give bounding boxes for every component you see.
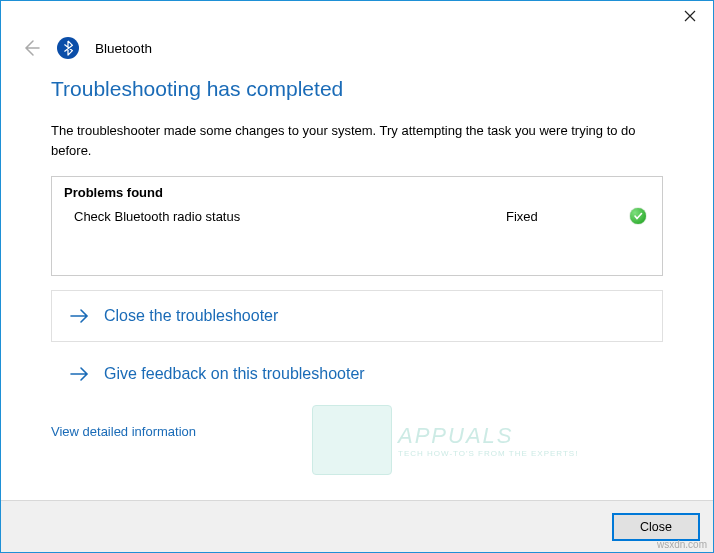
back-arrow-icon — [21, 38, 41, 58]
problem-status-icon — [626, 208, 646, 224]
close-troubleshooter-label: Close the troubleshooter — [104, 307, 278, 325]
give-feedback-label: Give feedback on this troubleshooter — [104, 365, 365, 383]
watermark-brand: APPUALS — [398, 423, 578, 449]
attribution-text: wsxdn.com — [657, 539, 707, 550]
problems-found-box: Problems found Check Bluetooth radio sta… — [51, 176, 663, 276]
page-heading: Troubleshooting has completed — [51, 77, 663, 101]
arrow-right-icon — [68, 305, 90, 327]
troubleshooter-title: Bluetooth — [95, 41, 152, 56]
header-row: Bluetooth — [1, 37, 713, 77]
bluetooth-icon — [57, 37, 79, 59]
arrow-right-icon — [68, 363, 90, 385]
view-detailed-information-link[interactable]: View detailed information — [51, 424, 196, 439]
window-close-button[interactable] — [667, 1, 713, 31]
close-button[interactable]: Close — [613, 514, 699, 540]
dialog-footer: Close — [1, 500, 713, 552]
titlebar — [1, 1, 713, 37]
watermark-tagline: TECH HOW-TO'S FROM THE EXPERTS! — [398, 449, 578, 458]
close-troubleshooter-link[interactable]: Close the troubleshooter — [51, 290, 663, 342]
problems-header: Problems found — [64, 185, 650, 200]
checkmark-icon — [630, 208, 646, 224]
close-icon — [684, 10, 696, 22]
problem-name: Check Bluetooth radio status — [74, 209, 506, 224]
watermark: APPUALS TECH HOW-TO'S FROM THE EXPERTS! — [312, 405, 578, 475]
problem-row: Check Bluetooth radio status Fixed — [64, 206, 650, 226]
back-button[interactable] — [21, 38, 41, 58]
content-area: Troubleshooting has completed The troubl… — [1, 77, 713, 439]
give-feedback-link[interactable]: Give feedback on this troubleshooter — [51, 348, 663, 400]
page-description: The troubleshooter made some changes to … — [51, 121, 663, 160]
problem-status: Fixed — [506, 209, 626, 224]
